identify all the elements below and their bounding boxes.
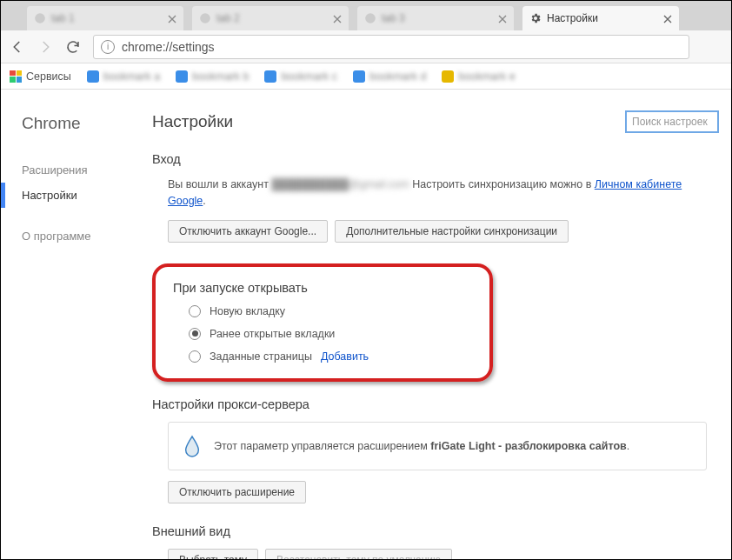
button-row: Отключить расширение — [168, 481, 719, 503]
tab-title: Настройки — [547, 12, 658, 24]
url-text: chrome://settings — [122, 40, 215, 54]
bookmarks-bar: Сервисы bookmark a bookmark b bookmark c… — [1, 63, 731, 90]
settings-page: Chrome Расширения Настройки О программе … — [1, 90, 731, 559]
browser-toolbar: i chrome://settings — [1, 30, 731, 63]
text: Настроить синхронизацию можно в — [412, 178, 595, 190]
reset-theme-button: Восстановить тему по умолчанию — [265, 549, 452, 560]
close-icon[interactable] — [498, 14, 507, 23]
startup-option-continue[interactable]: Ранее открытые вкладки — [189, 328, 472, 340]
radio-label: Новую вкладку — [210, 305, 285, 317]
radio-label: Заданные страницы — [210, 350, 312, 363]
favicon-icon — [364, 12, 376, 24]
extension-icon — [183, 435, 202, 457]
sign-in-text: Вы вошли в аккаунт ██████████@gmail.com … — [168, 177, 719, 210]
advanced-sync-button[interactable]: Дополнительные настройки синхронизации — [335, 220, 569, 243]
hidden-email: ██████████@gmail.com — [271, 178, 409, 190]
extension-name: friGate Light - разблокировка сайтов — [430, 440, 626, 452]
text: . — [627, 440, 629, 452]
bookmark-item[interactable]: bookmark b — [176, 70, 249, 83]
page-title: Настройки — [152, 112, 233, 131]
browser-tab[interactable]: tab 2 — [192, 6, 349, 30]
close-icon[interactable] — [168, 14, 176, 23]
section-title: При запуске открывать — [173, 281, 472, 295]
radio-icon — [189, 350, 201, 363]
bookmark-item[interactable]: bookmark e — [442, 70, 515, 83]
apps-label: Сервисы — [26, 70, 71, 83]
favicon-icon — [353, 70, 365, 83]
search-input[interactable]: Поиск настроек — [625, 110, 719, 133]
startup-option-specific[interactable]: Заданные страницы Добавить — [189, 350, 472, 363]
bookmark-label: bookmark d — [369, 70, 426, 83]
text: Вы вошли в аккаунт — [168, 178, 271, 190]
favicon-icon — [264, 70, 276, 83]
reload-icon[interactable] — [65, 39, 81, 55]
settings-sidebar: Chrome Расширения Настройки О программе — [1, 90, 140, 559]
close-icon[interactable] — [333, 14, 342, 23]
disable-extension-button[interactable]: Отключить расширение — [168, 481, 306, 503]
browser-tab-active[interactable]: Настройки — [522, 6, 679, 30]
disconnect-account-button[interactable]: Отключить аккаунт Google... — [168, 220, 328, 243]
section-on-startup: При запуске открывать Новую вкладку Ране… — [152, 263, 493, 382]
tab-title: tab 2 — [216, 12, 328, 24]
svg-point-1 — [200, 13, 210, 23]
site-info-icon[interactable]: i — [101, 40, 115, 54]
bookmark-label: bookmark c — [281, 70, 337, 83]
text: Этот параметр управляется расширением — [214, 440, 430, 452]
bookmark-label: bookmark b — [192, 70, 249, 83]
button-row: Выбрать тему Восстановить тему по умолча… — [168, 549, 719, 560]
address-bar[interactable]: i chrome://settings — [93, 35, 689, 59]
bookmark-item[interactable]: bookmark c — [264, 70, 337, 83]
content-header: Настройки Поиск настроек — [152, 110, 719, 133]
radio-icon — [189, 328, 201, 340]
brand-title: Chrome — [22, 114, 140, 133]
svg-point-0 — [35, 13, 45, 23]
sidebar-item-settings[interactable]: Настройки — [1, 183, 140, 208]
startup-option-newtab[interactable]: Новую вкладку — [189, 305, 472, 317]
apps-icon — [10, 70, 22, 83]
tab-title: tab 1 — [51, 12, 163, 24]
bookmark-label: bookmark e — [458, 70, 515, 83]
proxy-notice: Этот параметр управляется расширением fr… — [168, 422, 707, 470]
favicon-icon — [176, 70, 188, 83]
radio-icon — [189, 305, 201, 317]
search-placeholder: Поиск настроек — [632, 116, 708, 128]
browser-tab[interactable]: tab 1 — [27, 6, 183, 30]
button-row: Отключить аккаунт Google... Дополнительн… — [168, 220, 719, 243]
text: . — [203, 195, 205, 207]
section-sign-in: Вход Вы вошли в аккаунт ██████████@gmail… — [152, 152, 719, 243]
bookmark-item[interactable]: bookmark d — [353, 70, 426, 83]
choose-theme-button[interactable]: Выбрать тему — [168, 549, 258, 560]
gear-icon — [529, 12, 542, 24]
bookmark-label: bookmark a — [103, 70, 160, 83]
favicon-icon — [34, 12, 46, 24]
favicon-icon — [199, 12, 211, 24]
browser-tabstrip: tab 1 tab 2 tab 3 Настройки — [1, 1, 731, 30]
radio-label: Ранее открытые вкладки — [210, 328, 335, 340]
notice-text: Этот параметр управляется расширением fr… — [214, 440, 629, 452]
section-title: Настройки прокси-сервера — [152, 397, 719, 411]
back-icon[interactable] — [10, 39, 25, 55]
section-title: Вход — [152, 152, 719, 166]
close-icon[interactable] — [663, 14, 672, 23]
browser-tab[interactable]: tab 3 — [357, 6, 514, 30]
set-pages-link[interactable]: Добавить — [321, 350, 369, 363]
favicon-icon — [87, 70, 99, 83]
settings-content: Настройки Поиск настроек Вход Вы вошли в… — [140, 90, 731, 559]
forward-icon — [37, 39, 53, 55]
apps-shortcut[interactable]: Сервисы — [10, 70, 71, 83]
sidebar-item-extensions[interactable]: Расширения — [22, 157, 140, 183]
section-proxy: Настройки прокси-сервера Этот параметр у… — [152, 397, 719, 503]
favicon-icon — [442, 70, 454, 83]
tab-title: tab 3 — [382, 12, 493, 24]
sidebar-item-about[interactable]: О программе — [22, 223, 140, 249]
section-appearance: Внешний вид Выбрать тему Восстановить те… — [152, 524, 719, 560]
bookmark-item[interactable]: bookmark a — [87, 70, 160, 83]
section-title: Внешний вид — [152, 524, 719, 538]
svg-point-2 — [365, 13, 376, 23]
